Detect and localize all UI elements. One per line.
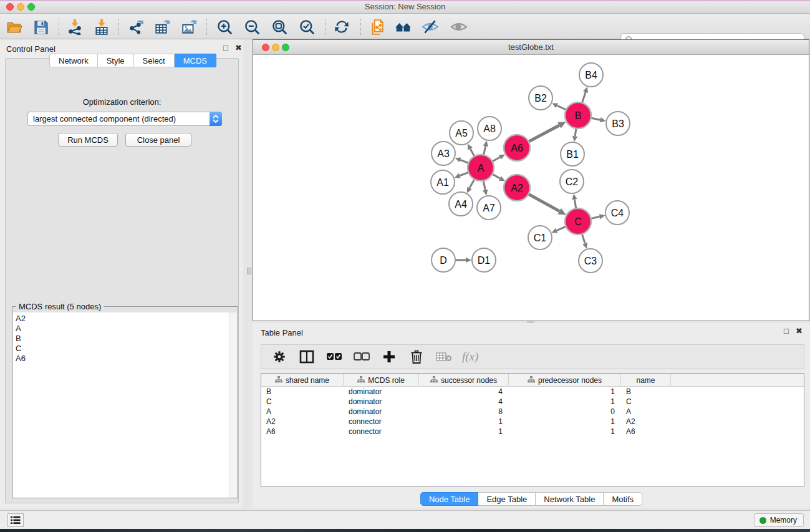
deselect-all-icon[interactable] [352, 349, 371, 365]
delete-table-icon [435, 349, 453, 365]
mcds-result-item[interactable]: C [16, 344, 230, 354]
mcds-result-item[interactable]: A2 [16, 314, 230, 324]
graph-node-C4[interactable]: C4 [605, 201, 629, 225]
control-panel-tabs: NetworkStyleSelectMCDS [49, 54, 216, 67]
graph-node-A3[interactable]: A3 [432, 142, 455, 165]
optimization-criterion-select[interactable]: largest connected component (directed) [27, 112, 222, 126]
tab-motifs[interactable]: Motifs [604, 492, 642, 506]
graph-node-B4[interactable]: B4 [579, 63, 603, 87]
graph-node-A[interactable]: A [468, 155, 494, 181]
graph-node-C2[interactable]: C2 [560, 170, 584, 193]
graph-node-D[interactable]: D [432, 248, 455, 272]
table-row[interactable]: Cdominator41C [261, 397, 804, 407]
graph-node-A4[interactable]: A4 [449, 192, 473, 216]
zoom-selected-icon[interactable] [298, 18, 316, 36]
graph-node-D1[interactable]: D1 [472, 248, 496, 272]
graph-node-B[interactable]: B [565, 102, 591, 128]
cell-predecessor-nodes: 1 [509, 397, 621, 407]
select-all-icon[interactable] [325, 349, 344, 365]
export-network-icon[interactable] [127, 18, 145, 36]
tab-edge-table[interactable]: Edge Table [478, 492, 536, 506]
tab-network-table[interactable]: Network Table [536, 492, 604, 506]
svg-text:B1: B1 [566, 149, 579, 160]
table-settings-gear-icon[interactable] [270, 349, 289, 365]
hide-selected-icon[interactable] [422, 18, 439, 36]
graph-node-A7[interactable]: A7 [477, 196, 501, 220]
column-header-successor-nodes[interactable]: successor nodes [419, 374, 509, 387]
zoom-fit-icon[interactable] [271, 18, 288, 36]
table-row[interactable]: A6connector11A6 [261, 427, 804, 437]
close-panel-button[interactable]: Close panel [125, 133, 191, 147]
clone-network-icon[interactable] [369, 18, 386, 36]
zoom-in-icon[interactable] [216, 18, 233, 36]
graph-node-A1[interactable]: A1 [431, 170, 455, 194]
import-table-icon[interactable] [93, 18, 110, 36]
float-panel-icon[interactable]: □ [223, 44, 228, 52]
add-column-icon[interactable] [380, 349, 398, 365]
graph-node-A6[interactable]: A6 [504, 135, 530, 161]
application-window: Session: New Session [0, 0, 810, 532]
tab-style[interactable]: Style [98, 54, 134, 67]
tab-node-table[interactable]: Node Table [420, 492, 479, 506]
table-row[interactable]: A2connector11A2 [261, 417, 804, 427]
svg-text:A8: A8 [483, 123, 496, 134]
close-panel-icon[interactable]: ✖ [235, 44, 242, 52]
mcds-result-item[interactable]: A [16, 324, 230, 334]
mcds-result-item[interactable]: B [16, 334, 230, 344]
network-canvas[interactable]: B4B2BB3A8A5A6A3B1AA1C2A2A4A7C4CC1DD1C3 [253, 55, 809, 321]
vertical-splitter-handle[interactable] [247, 268, 251, 274]
column-header-MCDS-role[interactable]: MCDS role [344, 374, 419, 387]
mcds-result-list[interactable]: A2ABCA6 [13, 312, 231, 498]
export-image-icon[interactable] [180, 18, 198, 36]
table-row[interactable]: Bdominator41B [261, 387, 804, 397]
tab-select[interactable]: Select [134, 54, 175, 67]
graph-node-B2[interactable]: B2 [529, 86, 552, 110]
zoom-out-icon[interactable] [243, 18, 261, 36]
list-icon [11, 516, 21, 525]
graph-node-C3[interactable]: C3 [579, 249, 602, 273]
graph-node-C[interactable]: C [565, 208, 591, 235]
open-file-icon[interactable] [6, 18, 23, 36]
cell-name: B [621, 387, 671, 397]
select-stepper-icon[interactable] [210, 112, 222, 126]
export-table-icon[interactable] [153, 18, 171, 36]
cell-shared-name: C [261, 397, 344, 407]
show-columns-icon[interactable] [297, 349, 316, 365]
tab-network[interactable]: Network [49, 54, 98, 67]
status-bar: Memory [0, 510, 810, 529]
arrowhead-A-A1 [455, 173, 461, 178]
table-row[interactable]: Adominator80A [261, 407, 804, 417]
graph-node-A5[interactable]: A5 [450, 121, 473, 145]
table-close-icon[interactable]: ✖ [796, 327, 803, 336]
show-all-icon[interactable] [450, 18, 468, 36]
graph-node-B3[interactable]: B3 [606, 112, 630, 135]
memory-button[interactable]: Memory [754, 513, 804, 527]
hierarchy-icon [430, 376, 438, 385]
first-neighbors-icon[interactable] [395, 18, 412, 36]
svg-text:A7: A7 [483, 203, 495, 213]
mcds-panel-body: NetworkStyleSelectMCDS Optimization crit… [5, 58, 239, 503]
delete-column-trash-icon[interactable] [407, 349, 426, 365]
network-window-titlebar: testGlobe.txt [253, 40, 809, 55]
graph-node-A2[interactable]: A2 [504, 175, 530, 201]
graph-node-B1[interactable]: B1 [561, 142, 584, 166]
edge-A6-B [528, 125, 559, 142]
run-mcds-button[interactable]: Run MCDS [58, 133, 118, 147]
graph-node-C1[interactable]: C1 [528, 226, 552, 249]
save-session-icon[interactable] [32, 18, 49, 36]
hierarchy-icon [357, 376, 365, 385]
svg-text:A1: A1 [436, 177, 449, 188]
graph-node-A8[interactable]: A8 [478, 117, 501, 140]
mcds-result-scrollbar[interactable] [229, 312, 237, 498]
tab-mcds[interactable]: MCDS [175, 54, 216, 67]
task-history-button[interactable] [7, 513, 24, 527]
node-table[interactable]: shared nameMCDS rolesuccessor nodesprede… [261, 373, 804, 487]
column-header-name[interactable]: name [621, 374, 671, 387]
column-header-shared-name[interactable]: shared name [261, 374, 344, 387]
column-header-predecessor-nodes[interactable]: predecessor nodes [509, 374, 621, 387]
refresh-icon[interactable] [333, 18, 350, 36]
table-float-icon[interactable]: □ [784, 327, 789, 336]
table-toolbar: f(x) [261, 344, 804, 369]
mcds-result-item[interactable]: A6 [16, 354, 230, 364]
import-network-icon[interactable] [66, 18, 84, 36]
